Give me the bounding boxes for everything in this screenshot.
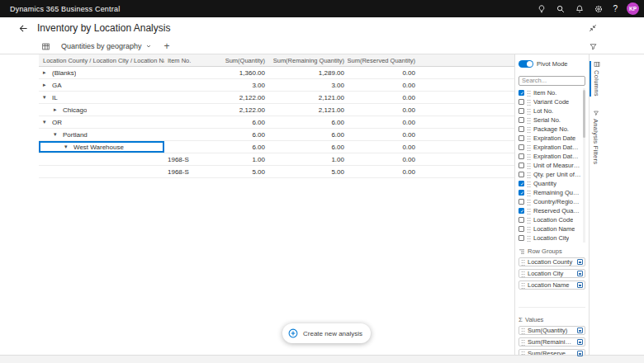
drag-grip-icon[interactable] <box>521 339 525 346</box>
group-cell[interactable]: Portland <box>39 129 164 140</box>
checkbox[interactable] <box>519 99 524 105</box>
checkbox[interactable] <box>519 217 524 223</box>
sum-remaining-cell[interactable]: 6.00 <box>268 141 348 153</box>
group-cell[interactable]: IL <box>39 92 164 103</box>
item-no-cell[interactable] <box>164 104 201 116</box>
sum-reserved-cell[interactable]: 0.00 <box>348 104 419 116</box>
expand-chevron-icon[interactable] <box>54 131 63 138</box>
drag-grip-icon[interactable] <box>527 163 531 169</box>
table-row[interactable]: GA 3.00 3.00 0.00 <box>39 79 514 92</box>
table-row[interactable]: IL 2,122.00 2,121.00 0.00 <box>39 92 514 104</box>
sum-remaining-cell[interactable]: 6.00 <box>268 129 348 140</box>
sum-quantity-cell[interactable]: 6.00 <box>201 116 268 128</box>
field-item[interactable]: Expiration Date Month <box>519 152 581 161</box>
field-item[interactable]: Location Name <box>519 224 581 233</box>
sum-reserved-cell[interactable]: 0.00 <box>348 166 419 177</box>
expand-chevron-icon[interactable] <box>43 119 52 125</box>
chip-action-icon[interactable] <box>577 271 583 276</box>
drag-grip-icon[interactable] <box>527 90 531 97</box>
field-item[interactable]: Lot No. <box>519 106 581 116</box>
sum-remaining-cell[interactable]: 1.00 <box>268 153 348 165</box>
sum-remaining-cell[interactable]: 2,121.00 <box>268 92 348 103</box>
help-icon[interactable]: ? <box>613 4 618 14</box>
drag-grip-icon[interactable] <box>521 282 525 289</box>
field-item[interactable]: Qty. per Unit of Measure <box>519 170 581 179</box>
pivot-mode-toggle[interactable] <box>519 60 533 68</box>
checkbox[interactable] <box>519 199 524 205</box>
sum-remaining-cell[interactable]: 1,289.00 <box>268 67 348 78</box>
table-row[interactable]: Portland 6.00 6.00 0.00 <box>39 129 514 141</box>
table-row[interactable]: 1968-S 5.00 5.00 0.00 <box>39 166 514 178</box>
analysis-tab[interactable]: Quantities by geography <box>61 42 152 50</box>
drag-grip-icon[interactable] <box>527 144 531 151</box>
field-item[interactable]: Unit of Measure Code <box>519 161 581 170</box>
sum-reserved-cell[interactable]: 0.00 <box>348 116 419 128</box>
drag-grip-icon[interactable] <box>527 190 531 196</box>
checkbox[interactable] <box>519 108 524 114</box>
item-no-cell[interactable] <box>164 67 201 78</box>
avatar[interactable]: KP <box>627 2 639 15</box>
item-no-cell[interactable] <box>164 116 201 128</box>
field-item[interactable]: Package No. <box>519 125 581 134</box>
checkbox[interactable] <box>519 144 524 150</box>
drag-grip-icon[interactable] <box>527 126 531 133</box>
checkbox[interactable] <box>519 153 524 159</box>
checkbox[interactable] <box>519 163 524 168</box>
item-no-cell[interactable]: 1968-S <box>164 153 201 165</box>
drag-grip-icon[interactable] <box>521 259 525 266</box>
table-row[interactable]: 1968-S 1.00 1.00 0.00 <box>39 153 514 166</box>
column-header-item-no[interactable]: Item No. <box>164 54 201 66</box>
tab-columns[interactable]: Columns <box>590 61 602 97</box>
chip-action-icon[interactable] <box>577 282 583 288</box>
sum-quantity-cell[interactable]: 1,360.00 <box>201 67 268 78</box>
expand-chevron-icon[interactable] <box>43 69 52 76</box>
drag-grip-icon[interactable] <box>527 235 531 242</box>
expand-chevron-icon[interactable] <box>43 82 52 88</box>
row-group-chip[interactable]: Location Name <box>519 280 585 290</box>
checkbox[interactable] <box>519 135 524 141</box>
drag-grip-icon[interactable] <box>527 135 531 142</box>
checkbox[interactable] <box>519 208 524 214</box>
chip-action-icon[interactable] <box>577 328 583 333</box>
checkbox[interactable] <box>519 172 524 177</box>
field-item[interactable]: Expiration Date <box>519 134 581 143</box>
sum-reserved-cell[interactable]: 0.00 <box>348 67 419 78</box>
expand-chevron-icon[interactable] <box>43 94 52 101</box>
search-icon[interactable] <box>556 4 566 14</box>
chip-action-icon[interactable] <box>577 339 583 345</box>
notifications-bell-icon[interactable] <box>575 4 585 14</box>
checkbox[interactable] <box>519 126 524 132</box>
sum-remaining-cell[interactable]: 5.00 <box>268 166 348 177</box>
sum-remaining-cell[interactable]: 2,121.00 <box>268 104 348 116</box>
column-header-group[interactable]: Location County / Location City / Locati… <box>39 54 164 66</box>
checkbox[interactable] <box>519 235 524 241</box>
add-analysis-tab-button[interactable]: + <box>164 41 170 51</box>
scrollbar[interactable] <box>583 88 585 243</box>
group-cell[interactable]: West Warehouse <box>39 141 164 153</box>
table-row[interactable]: OR 6.00 6.00 0.00 <box>39 116 514 129</box>
item-no-cell[interactable] <box>164 92 201 103</box>
column-header-sum-remaining[interactable]: Sum(Remaining Quantity) <box>268 54 348 66</box>
lightbulb-icon[interactable] <box>537 4 547 14</box>
sum-quantity-cell[interactable]: 3.00 <box>201 79 268 91</box>
checkbox[interactable] <box>519 190 524 196</box>
field-item[interactable]: Variant Code <box>519 97 581 106</box>
column-header-sum-reserved[interactable]: Sum(Reserved Quantity) <box>348 54 419 66</box>
drag-grip-icon[interactable] <box>527 117 531 124</box>
sum-remaining-cell[interactable]: 6.00 <box>268 116 348 128</box>
checkbox[interactable] <box>519 117 524 123</box>
sum-quantity-cell[interactable]: 2,122.00 <box>201 104 268 116</box>
field-item[interactable]: Country/Region Code <box>519 197 581 206</box>
settings-gear-icon[interactable] <box>594 4 604 14</box>
row-group-chip[interactable]: Location City <box>519 269 585 278</box>
field-item[interactable]: Reserved Quantity <box>519 206 581 215</box>
sum-quantity-cell[interactable]: 6.00 <box>201 141 268 153</box>
drag-grip-icon[interactable] <box>527 172 531 178</box>
collapse-icon[interactable] <box>588 23 598 33</box>
value-chip[interactable]: Sum(Quantity) <box>519 326 585 335</box>
group-cell[interactable] <box>39 166 164 177</box>
sum-quantity-cell[interactable]: 2,122.00 <box>201 92 268 103</box>
value-chip[interactable]: Sum(Remaining Quantity) <box>519 337 585 346</box>
drag-grip-icon[interactable] <box>527 208 531 214</box>
field-item[interactable]: Location City <box>519 233 581 243</box>
